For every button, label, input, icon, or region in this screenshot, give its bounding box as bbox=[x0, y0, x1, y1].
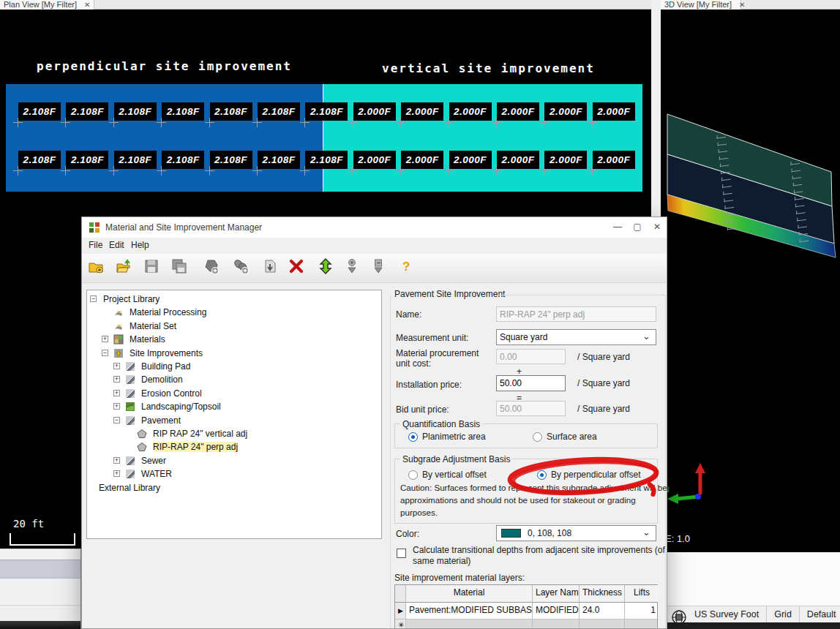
point-marker-icon bbox=[13, 118, 23, 127]
mound-icon bbox=[113, 307, 124, 317]
collapse-icon[interactable]: − bbox=[90, 295, 97, 302]
new-row-icon: ✳ bbox=[395, 619, 405, 629]
table-row[interactable]: ▶Pavement:MODIFIED SUBBASEMODIFIED24.01 bbox=[395, 603, 657, 619]
tree-item[interactable]: +Landscaping/Topsoil bbox=[87, 400, 381, 413]
depth-cell: 2.108F bbox=[210, 151, 252, 169]
tree-item-label: Project Library bbox=[103, 294, 160, 304]
vertical-exaggeration-label: E: 1.0 bbox=[665, 533, 690, 544]
depth-cell: 2.000F bbox=[593, 102, 635, 121]
status-item[interactable]: Grid bbox=[766, 606, 799, 622]
status-item[interactable]: US Survey Foot bbox=[687, 606, 766, 622]
tree-item[interactable]: +Erosion Control bbox=[87, 387, 381, 400]
radio-surface-area[interactable] bbox=[533, 432, 542, 442]
collapse-icon[interactable]: − bbox=[102, 350, 108, 356]
table-cell bbox=[532, 619, 579, 629]
add-material-processing-icon[interactable] bbox=[233, 258, 253, 279]
depth-cell: 2.000F bbox=[497, 102, 539, 121]
procurement-cost-label-1: Material procurement bbox=[396, 348, 479, 358]
bid-price-field[interactable]: 50.00 bbox=[496, 401, 566, 416]
measurement-unit-select[interactable]: Square yard ⌄ bbox=[496, 329, 656, 345]
chevron-down-icon: ⌄ bbox=[642, 331, 650, 342]
tab-plan-view[interactable]: Plan View [My Filter]✕ bbox=[0, 0, 94, 10]
tree-item[interactable]: +Building Pad bbox=[87, 360, 381, 373]
import-icon[interactable] bbox=[262, 258, 282, 279]
tree-item-label: WATER bbox=[141, 469, 172, 479]
dialog-menubar: File Edit Help bbox=[82, 238, 667, 254]
tree-item[interactable]: Material Processing bbox=[87, 306, 381, 319]
point-marker-icon bbox=[396, 166, 405, 176]
name-field[interactable]: RIP-RAP 24" perp adj bbox=[496, 306, 656, 322]
expand-icon[interactable]: + bbox=[113, 470, 120, 477]
color-select[interactable]: 0, 108, 108 ⌄ bbox=[496, 525, 656, 541]
tree-item[interactable]: RIP-RAP 24" perp adj bbox=[87, 440, 381, 453]
tree-item[interactable]: −Site Improvements bbox=[87, 347, 381, 360]
view3d-canvas[interactable]: N E: 1.0 bbox=[661, 10, 840, 552]
radio-vertical-offset[interactable] bbox=[408, 470, 418, 480]
tree-item-label: Demolition bbox=[141, 374, 183, 385]
depth-cell: 2.108F bbox=[162, 102, 204, 121]
transitional-depths-checkbox[interactable] bbox=[397, 549, 406, 558]
menu-file[interactable]: File bbox=[89, 240, 102, 250]
help-icon[interactable]: ? bbox=[398, 258, 419, 279]
expand-icon[interactable]: + bbox=[113, 457, 120, 464]
save-icon[interactable] bbox=[143, 258, 164, 279]
dialog-titlebar[interactable]: Material and Site Improvement Manager — … bbox=[82, 217, 667, 238]
tree-item[interactable]: +Sewer bbox=[87, 454, 381, 467]
status-item[interactable]: Default bbox=[799, 606, 840, 622]
caution-line-2: approximations and should not be used fo… bbox=[400, 495, 636, 505]
expand-icon[interactable]: + bbox=[113, 403, 120, 410]
open-library-icon[interactable] bbox=[116, 258, 136, 279]
add-site-improvement-icon[interactable] bbox=[203, 258, 224, 279]
tree-item-label: Erosion Control bbox=[141, 388, 202, 399]
plan-left-label: perpendicular site improvement bbox=[37, 59, 292, 73]
lower-icon[interactable] bbox=[370, 258, 391, 279]
tab-3d-view[interactable]: 3D View [My Filter]✕ bbox=[661, 0, 741, 10]
road-icon bbox=[125, 374, 135, 385]
tree-item[interactable]: +WATER bbox=[87, 467, 381, 481]
bid-price-label: Bid unit price: bbox=[396, 404, 449, 415]
expand-icon[interactable]: + bbox=[102, 336, 108, 342]
tree-item[interactable]: +Demolition bbox=[87, 373, 381, 386]
close-icon[interactable]: ✕ bbox=[739, 1, 745, 9]
material-layers-table[interactable]: MaterialLayer NamThickness (Lifts▶Paveme… bbox=[394, 584, 658, 629]
perpendicular-offset-label: By perpendicular offset bbox=[551, 470, 641, 480]
close-icon[interactable]: ✕ bbox=[651, 222, 663, 233]
menu-help[interactable]: Help bbox=[131, 240, 149, 250]
depth-cell: 2.000F bbox=[544, 151, 587, 169]
new-library-icon[interactable] bbox=[88, 258, 108, 279]
table-new-row[interactable]: ✳ bbox=[395, 619, 657, 629]
tree-item[interactable]: −Pavement bbox=[87, 414, 381, 427]
close-icon[interactable]: ✕ bbox=[84, 1, 90, 9]
point-marker-icon bbox=[13, 166, 23, 176]
tree-item[interactable]: RIP RAP 24" vertical adj bbox=[87, 427, 381, 440]
site-improvement-band: 2.108F2.108F2.108F2.108F2.108F2.108F2.10… bbox=[6, 84, 642, 192]
tree-item[interactable]: Material Set bbox=[87, 320, 381, 333]
tree-item[interactable]: −Project Library bbox=[87, 293, 381, 306]
depth-cell: 2.108F bbox=[210, 102, 252, 121]
expand-icon[interactable]: + bbox=[113, 363, 120, 369]
maximize-icon[interactable]: ▢ bbox=[631, 222, 643, 233]
procurement-cost-field[interactable]: 0.00 bbox=[496, 349, 566, 364]
point-marker-icon bbox=[205, 118, 214, 127]
expand-icon[interactable]: + bbox=[113, 390, 120, 396]
radio-planimetric-area[interactable] bbox=[408, 432, 418, 442]
project-library-tree[interactable]: −Project LibraryMaterial ProcessingMater… bbox=[86, 290, 382, 539]
expand-icon[interactable]: + bbox=[113, 376, 120, 383]
minimize-icon[interactable]: — bbox=[612, 222, 623, 233]
tree-item[interactable]: +Materials bbox=[87, 333, 381, 346]
save-all-icon[interactable] bbox=[171, 258, 192, 279]
per-unit-2: / Square yard bbox=[577, 378, 630, 388]
radio-perpendicular-offset[interactable] bbox=[537, 470, 547, 480]
tree-item[interactable]: External Library bbox=[87, 481, 381, 494]
dialog-title: Material and Site Improvement Manager bbox=[105, 222, 262, 233]
raise-icon[interactable] bbox=[344, 258, 364, 279]
installation-price-field[interactable]: 50.00 bbox=[496, 375, 566, 391]
plan-right-label: vertical site improvement bbox=[382, 61, 595, 75]
reverse-order-icon[interactable] bbox=[318, 258, 338, 279]
collapse-icon[interactable]: − bbox=[113, 417, 120, 423]
menu-edit[interactable]: Edit bbox=[109, 240, 124, 250]
axis-depth-icon bbox=[695, 494, 701, 500]
coordinate-system-icon[interactable] bbox=[671, 609, 683, 620]
delete-icon[interactable] bbox=[288, 258, 309, 279]
point-marker-icon bbox=[109, 118, 119, 127]
